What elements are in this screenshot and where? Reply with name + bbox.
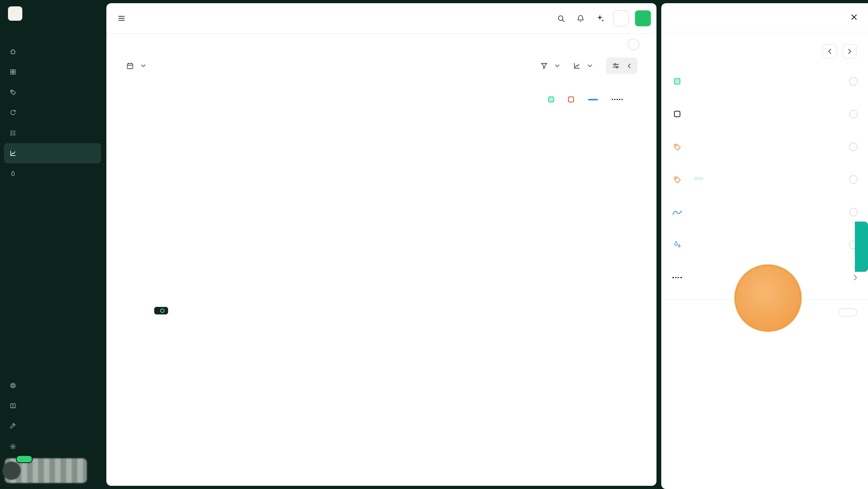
- calendar-icon: [126, 62, 134, 70]
- legend-item-overstock-risk[interactable]: [568, 96, 578, 102]
- chevron-left-icon: [828, 49, 832, 54]
- metric-text: [689, 146, 843, 147]
- detail-panel: [661, 3, 868, 489]
- farm-dropdown[interactable]: [541, 62, 560, 69]
- add-new-button[interactable]: [635, 10, 651, 26]
- upgrade-to-pro-button[interactable]: [613, 10, 629, 26]
- status-pill: [16, 455, 33, 463]
- sidebar-item-livestock[interactable]: [4, 82, 101, 102]
- info-icon[interactable]: [849, 175, 858, 184]
- period-dropdown[interactable]: [126, 62, 146, 70]
- hamburger-menu-icon[interactable]: [115, 12, 128, 25]
- sidebar: [0, 0, 105, 489]
- sidebar-item-overview[interactable]: [4, 41, 101, 62]
- paddocks-icon: [10, 69, 16, 75]
- avatar: [2, 462, 21, 480]
- legend-item-rolling-rainfall[interactable]: [588, 99, 602, 100]
- sidebar-item-paddocks[interactable]: [4, 62, 101, 82]
- metric-row-overstock-risk: [661, 98, 868, 130]
- sidebar-item-tools[interactable]: [4, 416, 101, 436]
- support-icon: [10, 382, 16, 389]
- user-profile[interactable]: [5, 458, 87, 483]
- tag-icon: [672, 143, 683, 151]
- chevron-down-icon: [141, 64, 146, 67]
- panel-header: [661, 3, 868, 32]
- metric-text: [689, 211, 843, 213]
- info-icon[interactable]: [849, 110, 858, 118]
- ai-sparkles-icon[interactable]: [594, 12, 607, 25]
- farm-logo: [8, 6, 22, 21]
- topbar-actions: [555, 10, 651, 26]
- metric-row-graze-pressure: [661, 65, 868, 98]
- info-icon[interactable]: [849, 143, 858, 151]
- notifications-bell-icon[interactable]: [574, 12, 587, 25]
- chevron-down-icon: [588, 64, 592, 67]
- sidebar-nav: [0, 41, 105, 184]
- close-icon[interactable]: [849, 12, 859, 22]
- sidebar-item-graze-planner[interactable]: [4, 102, 101, 123]
- metric-text: [689, 244, 843, 245]
- benchmark-dotted-icon: [612, 99, 623, 100]
- tag-icon: [672, 175, 683, 184]
- overstock-swatch-icon: [672, 111, 683, 117]
- search-icon[interactable]: [555, 12, 568, 25]
- graze-pressure-swatch-icon: [672, 78, 683, 84]
- filters-row: [106, 57, 656, 74]
- raindrop-icon: [10, 170, 16, 177]
- info-icon[interactable]: [849, 208, 858, 216]
- sidebar-item-learning[interactable]: [4, 396, 101, 416]
- legend-item-graze-pressure[interactable]: [548, 96, 558, 102]
- sliders-icon: [612, 62, 619, 69]
- sidebar-item-settings[interactable]: [4, 436, 101, 457]
- metric-chart-icon: [573, 62, 580, 69]
- help-icon[interactable]: [628, 39, 639, 50]
- tasks-icon: [10, 130, 16, 136]
- feedback-tab[interactable]: [855, 222, 868, 272]
- click-highlight-circle: [735, 265, 801, 332]
- legend-item-benchmark[interactable]: [612, 99, 626, 100]
- chevron-right-icon: [848, 49, 852, 54]
- graze-planner-icon: [10, 109, 16, 116]
- metric-dropdown[interactable]: [573, 62, 592, 69]
- chevron-down-icon: [555, 64, 560, 67]
- scenarios-button[interactable]: [606, 57, 637, 74]
- page-header: [106, 34, 656, 50]
- filters-right: [541, 57, 637, 74]
- metric-text: [689, 113, 843, 115]
- add-note-button[interactable]: [839, 308, 857, 316]
- livestock-tag-icon: [10, 89, 16, 96]
- topbar: [106, 3, 656, 34]
- metric-row-rolling-rainfall: [661, 196, 868, 228]
- filter-funnel-icon: [541, 62, 548, 69]
- sidebar-item-rainfall[interactable]: [4, 163, 101, 184]
- rainfall-curve-icon: [672, 209, 683, 215]
- bcc-badge-icon: [160, 308, 165, 313]
- metrics-list: [661, 65, 868, 294]
- prev-month-button[interactable]: [823, 44, 837, 59]
- month-nav: [823, 44, 857, 59]
- chevron-left-icon: [627, 63, 631, 69]
- chart-subheader: [137, 96, 626, 102]
- sidebar-item-support[interactable]: [4, 375, 101, 396]
- main-panel: [106, 3, 656, 486]
- bcc-badge[interactable]: [154, 307, 168, 314]
- panel-month-header: [661, 32, 868, 62]
- forecasting-chart-icon: [10, 150, 16, 157]
- sidebar-footer: [4, 375, 101, 457]
- metric-text: [689, 177, 843, 182]
- sidebar-item-tasks[interactable]: [4, 123, 101, 143]
- settings-icon: [10, 443, 16, 450]
- learning-icon: [10, 403, 16, 409]
- overstock-risk-swatch-icon: [568, 96, 574, 102]
- sidebar-item-forecasting[interactable]: [4, 143, 101, 163]
- info-icon[interactable]: [849, 77, 858, 86]
- chevron-right-icon[interactable]: [853, 275, 858, 281]
- next-month-button[interactable]: [843, 44, 857, 59]
- metric-text: [689, 81, 843, 82]
- farm-header[interactable]: [0, 0, 105, 21]
- dotted-line-icon: [672, 277, 683, 278]
- graze-pressure-swatch-icon: [548, 96, 554, 102]
- rainfall-line-icon: [588, 99, 598, 100]
- metric-row-total-demand: [661, 130, 868, 163]
- metric-row-demand-change: [661, 163, 868, 196]
